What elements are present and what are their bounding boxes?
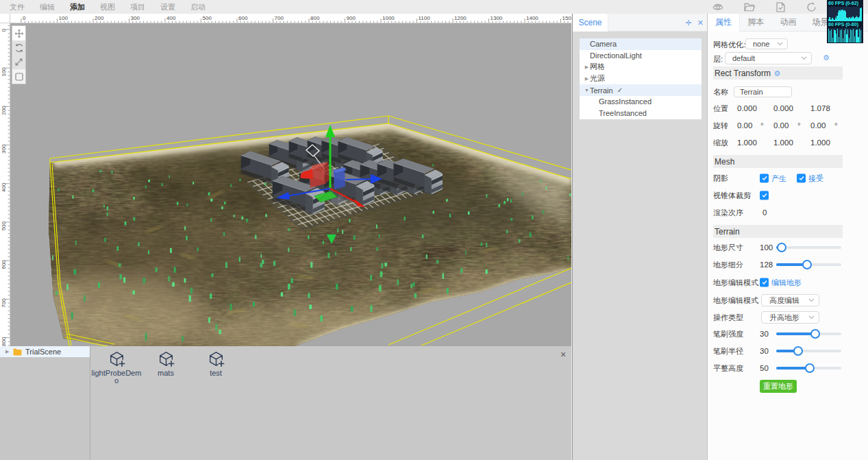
menu-item-4[interactable]: 视图 [99, 0, 116, 14]
gear-icon[interactable]: ⚙ [773, 69, 780, 77]
select-15[interactable]: 高度编辑 [761, 294, 819, 306]
asset-item-mats[interactable]: mats [139, 350, 193, 377]
svg-text:0: 0 [1, 28, 7, 32]
vec-value-2[interactable]: 1.078 [810, 104, 830, 112]
svg-text:1200: 1200 [454, 15, 467, 21]
vec-value-2[interactable]: 0.00 [810, 121, 826, 130]
checkbox-产生[interactable] [760, 174, 769, 183]
asset-label: lightProbeDemo [90, 370, 143, 385]
expand-arrow-icon[interactable]: ▶ [584, 76, 590, 82]
slider-knob[interactable] [805, 363, 815, 373]
expand-arrow-icon[interactable]: ▶ [5, 346, 11, 357]
row-value[interactable]: 0 [762, 208, 767, 217]
vertical-ruler: 0100200300400500600700800 [0, 23, 10, 346]
slider-track[interactable] [776, 263, 841, 266]
slider-value[interactable]: 30 [760, 347, 769, 355]
save-file-icon[interactable] [775, 0, 786, 14]
svg-text:900: 900 [347, 15, 356, 21]
asset-item-test[interactable]: test [189, 350, 243, 377]
inspector-row-6: 缩放1.0001.0001.000 [708, 134, 868, 151]
open-folder-icon[interactable] [744, 0, 755, 14]
scene-hierarchy-panel: Scene ✛ ✕ CameraDirectionalLight▶网格▶光源▼T… [572, 14, 707, 460]
scene-tree: CameraDirectionalLight▶网格▶光源▼Terrain✓Gra… [580, 38, 702, 119]
scene-node-Terrain[interactable]: ▼Terrain✓ [580, 84, 702, 96]
select-value: 升高地形 [769, 313, 799, 322]
scene-node-TreeInstanced[interactable]: TreeInstanced [580, 108, 702, 119]
scene-node-GrassInstanced[interactable]: GrassInstanced [580, 96, 702, 108]
checkbox-视锥体裁剪[interactable] [760, 191, 769, 200]
inspector-row-15: 地形编辑模式高度编辑 [708, 292, 868, 308]
vec-value-2[interactable]: 1.000 [810, 138, 830, 147]
asset-item-lightProbeDemo[interactable]: lightProbeDemo [90, 350, 143, 385]
select-0[interactable]: none [745, 38, 788, 49]
checkbox-地形编辑模式[interactable] [760, 278, 769, 287]
ruler-corner [0, 14, 10, 23]
tab-scene[interactable]: Scene [573, 14, 608, 32]
slider-value[interactable]: 128 [760, 261, 773, 269]
asset-label: mats [139, 370, 193, 377]
svg-text:800: 800 [310, 15, 320, 21]
row-label: 网格优化: [713, 40, 745, 50]
folder-row-TrialScene[interactable]: ▶TrialScene [0, 346, 90, 357]
inspector-body: 网格优化:none层:default⚙Rect Transform ⚙名称Ter… [708, 14, 868, 460]
scene-close-icon[interactable]: ✕ [697, 19, 704, 27]
folder-icon [13, 348, 22, 356]
scale-tool-button[interactable] [12, 55, 25, 69]
slider-track[interactable] [776, 246, 841, 249]
refresh-icon[interactable] [806, 0, 817, 14]
slider-knob[interactable] [810, 329, 820, 339]
expand-arrow-icon[interactable]: ▶ [584, 64, 590, 70]
assets-panel-close-button[interactable]: × [558, 349, 569, 360]
scene-add-icon[interactable]: ✛ [686, 19, 692, 27]
checkbox-接受[interactable] [797, 174, 806, 183]
slider-track[interactable] [776, 350, 841, 352]
slider-value[interactable]: 50 [760, 364, 769, 372]
slider-track[interactable] [776, 367, 841, 370]
reset-terrain-button[interactable]: 重置地形 [760, 380, 797, 393]
menu-item-6[interactable]: 设置 [160, 0, 176, 14]
name-input[interactable]: Terrain [734, 86, 792, 97]
menu-item-3[interactable]: 添加 [69, 0, 86, 14]
slider-knob[interactable] [802, 260, 812, 269]
slider-value[interactable]: 30 [760, 330, 769, 338]
vec-value-0[interactable]: 0.00 [737, 121, 752, 130]
menu-item-2[interactable]: 编辑 [39, 0, 55, 14]
preview-eye-icon[interactable] [712, 0, 723, 14]
move-tool-button[interactable] [12, 26, 25, 40]
vec-value-1[interactable]: 0.00 [773, 121, 789, 130]
slider-track[interactable] [776, 332, 841, 335]
fps-label-2: 60 FPS (0-60) [827, 21, 863, 27]
fps-label-1: 60 FPS (0-62) [827, 0, 863, 6]
rect-tool-button[interactable] [12, 69, 25, 84]
svg-text:200: 200 [95, 15, 104, 21]
slider-knob[interactable] [777, 243, 786, 252]
scene-node-网格[interactable]: ▶网格 [580, 62, 702, 73]
select-value: default [732, 54, 755, 62]
scene-node-光源[interactable]: ▶光源 [580, 73, 702, 84]
menu-item-1[interactable]: 文件 [9, 0, 25, 14]
assets-grid: lightProbeDemomatstest [91, 346, 571, 460]
vec-value-1[interactable]: 1.000 [773, 138, 793, 147]
vec-value-0[interactable]: 1.000 [737, 138, 757, 147]
inspector-row-4: 位置0.0000.0001.078 [708, 100, 868, 117]
menu-item-5[interactable]: 项目 [129, 0, 146, 14]
collapse-arrow-icon[interactable]: ▼ [584, 88, 590, 93]
fps-graph-2 [828, 28, 862, 43]
select-layer[interactable]: default [725, 52, 812, 64]
vec-value-0[interactable]: 0.000 [737, 104, 757, 112]
slider-knob[interactable] [793, 346, 803, 356]
vec-value-1[interactable]: 0.000 [773, 104, 793, 112]
scene-node-Camera[interactable]: Camera [580, 38, 702, 50]
inspector-row-20: 重置地形 [708, 380, 868, 393]
slider-value[interactable]: 100 [760, 243, 773, 252]
asset-label: test [189, 370, 243, 377]
row-label: 笔刷半径 [713, 346, 743, 356]
scene-node-DirectionalLight[interactable]: DirectionalLight [580, 50, 702, 62]
row-label: 地形尺寸 [713, 243, 743, 253]
row-label: 层: [713, 53, 723, 64]
gear-icon[interactable]: ⚙ [823, 53, 830, 62]
select-16[interactable]: 升高地形 [761, 311, 819, 324]
rotate-tool-button[interactable] [12, 40, 25, 55]
menu-item-7[interactable]: 启动 [190, 0, 206, 14]
scene-viewport[interactable] [10, 23, 571, 346]
